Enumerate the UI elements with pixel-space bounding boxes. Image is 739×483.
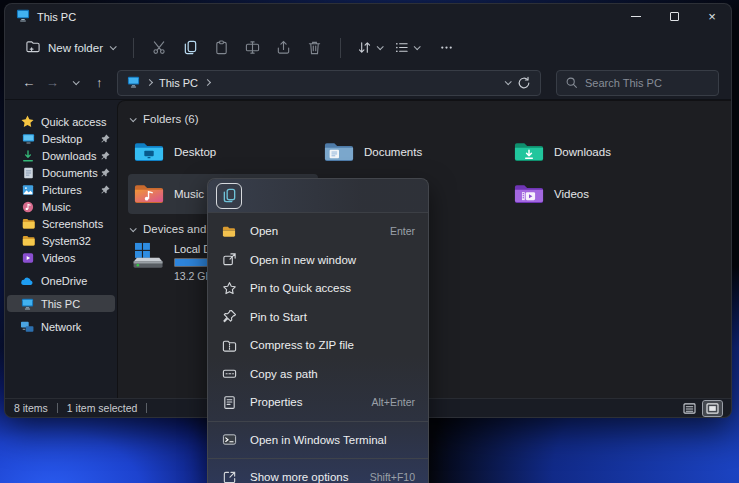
folder-icon (21, 218, 35, 229)
new-folder-icon (25, 39, 41, 56)
menu-item-pin-start[interactable]: Pin to Start (212, 303, 424, 332)
sidebar-item-label: Music (42, 201, 71, 213)
collapse-chevron-icon (130, 225, 137, 232)
sidebar-item-label: Videos (42, 252, 75, 264)
close-button[interactable]: × (693, 4, 731, 29)
refresh-button[interactable] (517, 76, 531, 90)
network-icon (20, 321, 34, 333)
delete-button[interactable] (299, 35, 330, 61)
menu-item-properties[interactable]: Properties Alt+Enter (212, 388, 424, 417)
address-bar[interactable]: This PC (117, 70, 541, 96)
cut-icon (152, 40, 167, 55)
breadcrumb-chevron-icon[interactable] (204, 79, 211, 86)
sidebar-item-network[interactable]: Network (7, 318, 115, 335)
paste-button[interactable] (206, 35, 237, 61)
up-button[interactable]: ↑ (87, 71, 110, 95)
cut-button[interactable] (144, 35, 175, 61)
sidebar-item-label: OneDrive (41, 275, 87, 287)
pin-icon (101, 184, 110, 196)
details-view-icon (683, 403, 696, 414)
view-button[interactable] (388, 35, 425, 61)
context-menu: Open Enter Open in new window Pin to Qui… (207, 178, 429, 483)
recent-locations-button[interactable] (64, 71, 87, 95)
sidebar-item-pictures[interactable]: Pictures (7, 181, 115, 198)
search-icon (565, 76, 578, 89)
folder-tile-desktop[interactable]: Desktop (128, 132, 318, 172)
menu-item-show-more-options[interactable]: Show more options Shift+F10 (212, 463, 424, 483)
video-icon (21, 252, 35, 264)
menu-item-compress-zip[interactable]: Compress to ZIP file (212, 331, 424, 360)
sidebar-item-label: Pictures (42, 184, 82, 196)
menu-item-open-new-window[interactable]: Open in new window (212, 246, 424, 275)
folder-name: Downloads (554, 146, 611, 158)
pushpin-icon (221, 309, 237, 324)
forward-button[interactable]: → (40, 71, 63, 95)
pin-icon (101, 150, 110, 162)
sidebar-item-desktop[interactable]: Desktop (7, 130, 115, 147)
share-icon (276, 40, 291, 55)
sidebar-item-label: Downloads (42, 150, 96, 162)
collapse-chevron-icon (130, 115, 137, 122)
sidebar-item-downloads[interactable]: Downloads (7, 147, 115, 164)
statusbar-divider (57, 403, 58, 413)
share-button[interactable] (268, 35, 299, 61)
search-input[interactable] (585, 77, 710, 89)
document-icon (21, 167, 35, 179)
copy-button[interactable] (175, 35, 206, 61)
menu-item-copy-as-path[interactable]: Copy as path (212, 360, 424, 389)
picture-icon (21, 184, 35, 196)
quick-copy-button[interactable] (216, 183, 242, 209)
address-dropdown-chevron-icon[interactable] (505, 78, 512, 85)
pin-star-icon (221, 281, 237, 296)
sort-chevron-icon (377, 43, 384, 50)
details-view-button[interactable] (680, 401, 699, 416)
menu-item-pin-quick-access[interactable]: Pin to Quick access (212, 274, 424, 303)
sidebar-item-system32[interactable]: System32 (7, 232, 115, 249)
sidebar-item-screenshots[interactable]: Screenshots (7, 215, 115, 232)
minimize-button[interactable] (617, 4, 655, 29)
sidebar-item-label: Documents (42, 167, 98, 179)
folder-name: Documents (364, 146, 422, 158)
onedrive-cloud-icon (20, 276, 34, 286)
breadcrumb-chevron-icon (146, 79, 153, 86)
thumbnail-view-button[interactable] (703, 401, 722, 416)
folder-tile-documents[interactable]: Documents (318, 132, 508, 172)
thumbnail-view-icon (706, 403, 719, 414)
selection-count: 1 item selected (67, 402, 138, 414)
menu-item-open-windows-terminal[interactable]: Open in Windows Terminal (212, 426, 424, 455)
folder-name: Music (174, 188, 204, 200)
maximize-button[interactable] (655, 4, 693, 29)
sidebar-item-label: Desktop (42, 133, 82, 145)
folder-tile-downloads[interactable]: Downloads (508, 132, 698, 172)
folders-section-header[interactable]: Folders (6) (128, 113, 731, 125)
sidebar-item-music[interactable]: Music (7, 198, 115, 215)
recent-chevron-icon (73, 78, 80, 85)
folder-tile-videos[interactable]: Videos (508, 174, 698, 214)
new-folder-chevron-icon (110, 43, 117, 50)
sidebar-item-videos[interactable]: Videos (7, 249, 115, 266)
paste-icon (214, 40, 229, 55)
rename-button[interactable] (237, 35, 268, 61)
sidebar-item-onedrive[interactable]: OneDrive (7, 272, 115, 289)
new-folder-button[interactable]: New folder (17, 34, 123, 61)
more-icon (439, 40, 454, 55)
folders-header-label: Folders (6) (143, 113, 199, 125)
item-count: 8 items (14, 402, 48, 414)
sort-button[interactable] (351, 35, 388, 61)
star-icon (20, 115, 34, 128)
sidebar-item-this-pc[interactable]: This PC (7, 295, 115, 312)
sidebar-item-quick-access[interactable]: Quick access (7, 113, 115, 130)
menu-item-open[interactable]: Open Enter (212, 217, 424, 246)
more-options-button[interactable] (431, 35, 462, 61)
delete-icon (307, 40, 322, 55)
search-box[interactable] (556, 70, 719, 96)
statusbar-divider (146, 403, 147, 413)
breadcrumb-this-pc[interactable]: This PC (159, 77, 198, 89)
titlebar[interactable]: This PC × (5, 4, 731, 29)
sidebar-item-documents[interactable]: Documents (7, 164, 115, 181)
back-button[interactable]: ← (17, 71, 40, 95)
minimize-icon (631, 16, 641, 17)
toolbar-divider (340, 38, 341, 58)
navigation-pane: Quick access Desktop Downloads Documents (5, 100, 117, 398)
downloads-folder-icon (514, 140, 544, 165)
